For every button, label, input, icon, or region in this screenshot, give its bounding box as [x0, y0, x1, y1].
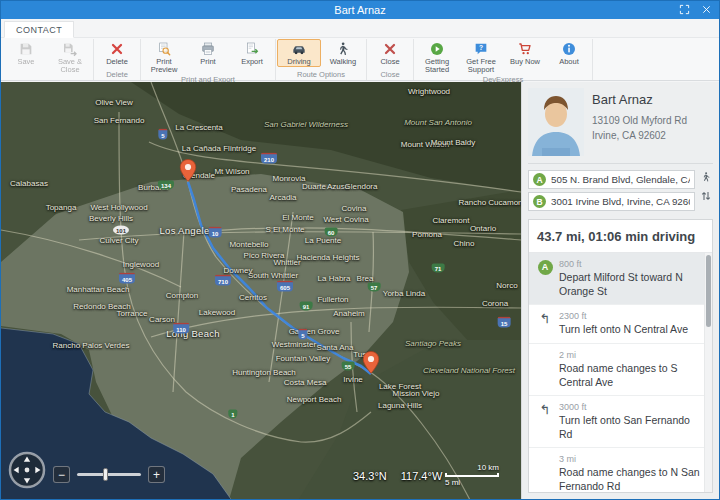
map-label: San Gabriel Wilderness	[264, 120, 348, 129]
about-button[interactable]: About	[547, 39, 591, 67]
title-bar[interactable]: Bart Arnaz	[1, 1, 719, 19]
buy-now-button[interactable]: Buy Now	[503, 39, 547, 67]
map-label: Hacienda Heights	[296, 253, 359, 262]
map-label: Mount Baldy	[431, 138, 475, 147]
direction-text: Road name changes to N San Fernando Rd	[559, 466, 700, 492]
map-label: Lake Forest	[379, 382, 421, 391]
zoom-in-button[interactable]: +	[148, 466, 165, 483]
map[interactable]: Olive ViewSan FernandoLa CrescentaLa Cañ…	[1, 82, 521, 499]
map-label: Whittier	[273, 258, 300, 267]
swap-addresses-icon[interactable]	[700, 190, 712, 202]
walking-button[interactable]: Walking	[321, 39, 365, 67]
map-label: S El Monte	[265, 225, 304, 234]
map-label: Pasadena	[231, 185, 267, 194]
road-shield: 5	[158, 129, 167, 140]
road-shield: 57	[368, 283, 381, 292]
contact-name: Bart Arnaz	[592, 92, 687, 107]
map-label: Anaheim	[333, 309, 365, 318]
close-icon[interactable]	[697, 2, 716, 17]
end-letter-badge: B	[533, 195, 546, 208]
map-label: Fountain Valley	[276, 354, 331, 363]
contact-panel: Bart Arnaz 13109 Old Myford Rd Irvine, C…	[521, 82, 719, 499]
map-label: La Cañada Flintridge	[182, 144, 256, 153]
map-pin-a[interactable]	[180, 159, 197, 182]
map-label: Fullerton	[317, 295, 348, 304]
contact-address-line2: Irvine, CA 92602	[592, 128, 687, 143]
pedestrian-icon	[335, 41, 351, 57]
maximize-icon[interactable]	[675, 2, 694, 17]
map-label: Burbank	[138, 183, 168, 192]
zoom-out-button[interactable]: −	[53, 466, 70, 483]
map-label: Mission Viejo	[393, 389, 440, 398]
road-shield: 15	[498, 317, 511, 328]
direction-distance: 2300 ft	[559, 311, 700, 321]
tab-contact[interactable]: CONTACT	[4, 21, 74, 38]
map-label: Norco	[496, 281, 517, 290]
save-and-close-button[interactable]: Save & Close	[48, 39, 92, 75]
info-icon	[561, 41, 577, 57]
close-x-icon	[382, 41, 398, 57]
getting-started-button[interactable]: Getting Started	[415, 39, 459, 75]
map-label: Wrightwood	[408, 87, 450, 96]
zoom-slider[interactable]	[77, 473, 141, 476]
direction-text: Turn left onto N Central Ave	[559, 323, 700, 337]
direction-item[interactable]: 3 mi Road name changes to N San Fernando…	[529, 448, 712, 492]
zoom-slider-handle[interactable]	[103, 468, 108, 481]
contact-address-line1: 13109 Old Myford Rd	[592, 113, 687, 128]
map-label: Rancho Palos Verdes	[53, 341, 130, 350]
map-label: Calabasas	[10, 179, 48, 188]
close-button[interactable]: Close	[368, 39, 412, 67]
start-address-value: 505 N. Brand Blvd, Glendale, CA 91203	[551, 174, 690, 185]
map-label: Pomona	[412, 230, 442, 239]
map-label: Santa Ana	[317, 343, 354, 352]
save-button[interactable]: Save	[4, 39, 48, 67]
direction-item[interactable]: ↰ 3000 ft Turn left onto San Fernando Rd	[529, 396, 712, 448]
map-label: La Crescenta	[175, 123, 223, 132]
delete-icon	[109, 41, 125, 57]
scale-km-label: 10 km	[445, 463, 499, 472]
direction-item[interactable]: 2 mi Road name changes to S Central Ave	[529, 344, 712, 396]
map-pan-control[interactable]	[7, 450, 47, 490]
direction-icon: A	[534, 259, 556, 298]
map-label: Duarte	[302, 182, 326, 191]
print-preview-button[interactable]: Print Preview	[142, 39, 186, 75]
map-label: Beverly Hills	[89, 214, 133, 223]
export-button[interactable]: Export	[230, 39, 274, 67]
ribbon-group-print-export: Print Preview Print Export Print and Exp…	[141, 39, 276, 80]
map-label: Claremont	[433, 216, 470, 225]
ribbon-group-route-options: Driving Walking Route Options	[276, 39, 367, 80]
route-end-field[interactable]: B 3001 Irvine Blvd, Irvine, CA 92602, , …	[528, 192, 695, 211]
directions-scrollbar[interactable]	[704, 253, 712, 492]
start-letter-badge: A	[533, 173, 546, 186]
map-label: Azusa	[327, 182, 349, 191]
direction-text: Road name changes to S Central Ave	[559, 362, 700, 389]
delete-button[interactable]: Delete	[95, 39, 139, 67]
map-pin-b[interactable]	[363, 351, 380, 374]
window-title: Bart Arnaz	[334, 4, 385, 16]
road-shield: 71	[432, 264, 445, 273]
map-label: La Habra	[318, 274, 351, 283]
map-label: West Hollywood	[90, 203, 147, 212]
driving-button[interactable]: Driving	[277, 39, 321, 67]
print-button[interactable]: Print	[186, 39, 230, 67]
map-label: Compton	[166, 291, 198, 300]
map-label: Montebello	[229, 240, 268, 249]
map-label: Ontario	[470, 224, 496, 233]
road-shield: 60	[325, 228, 338, 237]
direction-distance: 2 mi	[559, 350, 700, 360]
direction-distance: 3000 ft	[559, 402, 700, 412]
map-label: Newport Beach	[287, 395, 342, 404]
direction-item[interactable]: A 800 ft Depart Milford St toward N Oran…	[529, 253, 712, 305]
direction-item[interactable]: ↰ 2300 ft Turn left onto N Central Ave	[529, 305, 712, 344]
map-label: La Puente	[305, 236, 341, 245]
map-label: Corona	[482, 299, 508, 308]
map-label: Cleveland National Forest	[423, 366, 515, 375]
get-free-support-button[interactable]: ? Get Free Support	[459, 39, 503, 75]
walking-mode-icon[interactable]	[700, 171, 712, 183]
play-icon	[429, 41, 445, 57]
map-label: Covina	[342, 204, 367, 213]
scrollbar-thumb[interactable]	[706, 255, 711, 327]
route-start-field[interactable]: A 505 N. Brand Blvd, Glendale, CA 91203	[528, 170, 695, 189]
map-label: Westminster	[272, 340, 316, 349]
direction-text: Depart Milford St toward N Orange St	[559, 271, 700, 298]
